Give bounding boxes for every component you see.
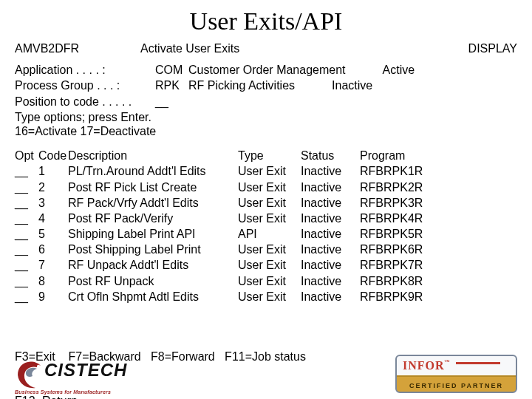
opt-input[interactable]: __ bbox=[15, 196, 38, 210]
col-status: Status bbox=[301, 149, 360, 163]
desc-cell: RF Pack/Vrfy Addt'l Edits bbox=[68, 196, 238, 210]
program-cell: RFBRPK7R bbox=[360, 258, 441, 272]
screen-title: Activate User Exits bbox=[140, 41, 239, 55]
opt-input[interactable]: __ bbox=[15, 211, 38, 225]
type-cell: User Exit bbox=[238, 258, 301, 272]
cistech-logo: CISTECH Business Systems for Manufacture… bbox=[15, 360, 140, 393]
processgroup-label: Process Group . . . : bbox=[15, 78, 155, 92]
opt-input[interactable]: __ bbox=[15, 180, 38, 194]
fkeys-line2: F12=Return bbox=[15, 394, 517, 399]
code-cell: 1 bbox=[38, 164, 68, 178]
code-cell: 6 bbox=[38, 242, 68, 256]
cistech-c-icon bbox=[15, 360, 46, 389]
status-cell: Inactive bbox=[301, 180, 360, 194]
program-cell: RFBRPK4R bbox=[360, 211, 441, 225]
code-cell: 2 bbox=[38, 180, 68, 194]
processgroup-code: RPK bbox=[155, 78, 188, 92]
col-program: Program bbox=[360, 149, 441, 163]
application-code: COM bbox=[155, 63, 188, 77]
program-cell: RFBRPK3R bbox=[360, 196, 441, 210]
col-code: Code bbox=[38, 149, 68, 163]
program-cell: RFBRPK2R bbox=[360, 180, 441, 194]
status-cell: Inactive bbox=[301, 227, 360, 241]
program-cell: RFBRPK9R bbox=[360, 290, 441, 304]
code-cell: 3 bbox=[38, 196, 68, 210]
cistech-tagline: Business Systems for Manufacturers bbox=[15, 389, 111, 395]
code-cell: 9 bbox=[38, 290, 68, 304]
program-cell: RFBRPK1R bbox=[360, 164, 441, 178]
type-cell: API bbox=[238, 227, 301, 241]
desc-cell: Shipping Label Print API bbox=[68, 227, 238, 241]
opt-input[interactable]: __ bbox=[15, 274, 38, 288]
status-cell: Inactive bbox=[301, 242, 360, 256]
status-cell: Inactive bbox=[301, 164, 360, 178]
cistech-wordmark: CISTECH bbox=[44, 360, 127, 381]
position-to-label: Position to code . . . . . bbox=[15, 95, 155, 109]
terminal-screen: AMVB2DFR Activate User Exits DISPLAY App… bbox=[15, 41, 517, 399]
type-cell: User Exit bbox=[238, 164, 301, 178]
desc-cell: Post Shipping Label Print bbox=[68, 242, 238, 256]
page-title: User Exits/API bbox=[15, 7, 517, 35]
processgroup-status: Inactive bbox=[332, 78, 391, 92]
type-cell: User Exit bbox=[238, 211, 301, 225]
col-desc: Description bbox=[68, 149, 238, 163]
desc-cell: Post RF Unpack bbox=[68, 274, 238, 288]
status-cell: Inactive bbox=[301, 211, 360, 225]
type-cell: User Exit bbox=[238, 242, 301, 256]
type-cell: User Exit bbox=[238, 290, 301, 304]
status-cell: Inactive bbox=[301, 196, 360, 210]
type-cell: User Exit bbox=[238, 180, 301, 194]
desc-cell: RF Unpack Addt'l Edits bbox=[68, 258, 238, 272]
application-status: Active bbox=[383, 63, 442, 77]
code-cell: 7 bbox=[38, 258, 68, 272]
status-cell: Inactive bbox=[301, 274, 360, 288]
desc-cell: Crt Ofln Shpmt Adtl Edits bbox=[68, 290, 238, 304]
program-cell: RFBRPK6R bbox=[360, 242, 441, 256]
instructions-line1: Type options; press Enter. bbox=[15, 110, 517, 124]
instructions-line2: 16=Activate 17=Deactivate bbox=[15, 124, 517, 138]
col-opt: Opt bbox=[15, 149, 38, 163]
type-cell: User Exit bbox=[238, 196, 301, 210]
application-label: Application . . . . : bbox=[15, 63, 155, 77]
status-cell: Inactive bbox=[301, 290, 360, 304]
opt-input[interactable]: __ bbox=[15, 242, 38, 256]
code-cell: 4 bbox=[38, 211, 68, 225]
opt-input[interactable]: __ bbox=[15, 164, 38, 178]
type-cell: User Exit bbox=[238, 274, 301, 288]
infor-certified-text: CERTIFIED PARTNER bbox=[397, 382, 516, 389]
desc-cell: Post RF Pick List Create bbox=[68, 180, 238, 194]
code-cell: 8 bbox=[38, 274, 68, 288]
col-type: Type bbox=[238, 149, 301, 163]
code-cell: 5 bbox=[38, 227, 68, 241]
infor-brand: INFOR™ bbox=[403, 359, 451, 372]
processgroup-desc: RF Picking Activities bbox=[188, 78, 295, 92]
opt-input[interactable]: __ bbox=[15, 258, 38, 272]
application-desc: Customer Order Management bbox=[188, 63, 346, 77]
opt-input[interactable]: __ bbox=[15, 227, 38, 241]
program-cell: RFBRPK8R bbox=[360, 274, 441, 288]
screen-mode: DISPLAY bbox=[468, 41, 517, 55]
desc-cell: PL/Trn.Around Addt'l Edits bbox=[68, 164, 238, 178]
infor-partner-badge: INFOR™ CERTIFIED PARTNER bbox=[395, 355, 517, 393]
position-to-input[interactable]: __ bbox=[155, 95, 168, 109]
status-cell: Inactive bbox=[301, 258, 360, 272]
desc-cell: Post RF Pack/Verify bbox=[68, 211, 238, 225]
program-id: AMVB2DFR bbox=[15, 41, 140, 55]
program-cell: RFBRPK5R bbox=[360, 227, 441, 241]
opt-input[interactable]: __ bbox=[15, 290, 38, 304]
